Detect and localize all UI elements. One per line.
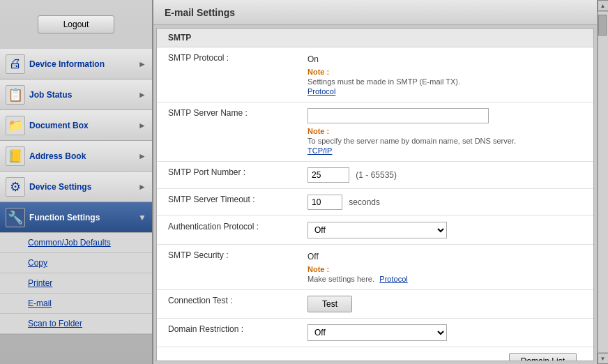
field-value-smtp-protocol: On Note : Settings must be made in SMTP … <box>296 47 593 103</box>
sidebar-item-label: Device Settings <box>29 182 138 192</box>
page-title: E-mail Settings <box>153 0 597 25</box>
nav-arrow: ► <box>138 121 146 130</box>
field-label: SMTP Protocol : <box>157 47 296 103</box>
sidebar: Logout 🖨 Device Information ► 📋 Job Stat… <box>0 0 153 364</box>
table-row: SMTP Server Timeout : seconds <box>157 189 593 216</box>
nav-arrow: ► <box>138 90 146 100</box>
submenu-item-copy[interactable]: Copy <box>0 253 152 273</box>
job-status-icon: 📋 <box>6 85 25 105</box>
sidebar-item-label: Job Status <box>29 90 138 100</box>
nav-arrow-open: ▼ <box>138 213 146 222</box>
logout-button[interactable]: Logout <box>38 15 114 33</box>
smtp-protocol-link[interactable]: Protocol <box>307 87 335 96</box>
table-row: SMTP Security : Off Note : Make settings… <box>157 245 593 290</box>
port-range-text: (1 - 65535) <box>356 170 397 180</box>
table-row: SMTP Port Number : (1 - 65535) <box>157 162 593 189</box>
smtp-security-note-body: Make settings here. <box>307 275 374 283</box>
field-value-smtp-timeout: seconds <box>296 189 593 216</box>
field-value-smtp-server-name: Note : To specify the server name by dom… <box>296 103 593 162</box>
table-row: Domain List <box>157 347 593 362</box>
field-value-smtp-port: (1 - 65535) <box>296 162 593 189</box>
smtp-timeout-input[interactable] <box>307 195 342 210</box>
document-box-icon: 📁 <box>6 116 25 135</box>
sidebar-item-address-book[interactable]: 📒 Address Book ► <box>0 141 152 172</box>
smtp-security-note-title: Note : <box>307 265 329 273</box>
table-row: Domain Restriction : Off On <box>157 319 593 347</box>
field-label: SMTP Server Name : <box>157 103 296 162</box>
field-label: Domain Restriction : <box>157 319 296 347</box>
smtp-security-link[interactable]: Protocol <box>379 275 407 283</box>
logout-area: Logout <box>0 0 152 49</box>
field-value-auth-protocol: Off On <box>296 216 593 245</box>
sidebar-item-function-settings[interactable]: 🔧 Function Settings ▼ <box>0 202 152 233</box>
submenu-item-email[interactable]: E-mail <box>0 294 152 314</box>
field-label: Authentication Protocol : <box>157 216 296 245</box>
scroll-track <box>598 12 608 352</box>
domain-list-button[interactable]: Domain List <box>509 353 577 361</box>
field-label: Connection Test : <box>157 290 296 319</box>
function-settings-icon: 🔧 <box>6 208 25 227</box>
smtp-server-note-title: Note : <box>307 127 329 135</box>
settings-table: SMTP Protocol : On Note : Settings must … <box>157 47 593 361</box>
sidebar-item-label: Device Information <box>29 59 138 69</box>
submenu-item-common-job-defaults[interactable]: Common/Job Defaults <box>0 233 152 253</box>
scroll-up-arrow[interactable]: ▲ <box>598 0 609 11</box>
field-value-domain-list: Domain List <box>296 347 593 362</box>
nav-arrow: ► <box>138 182 146 192</box>
sidebar-item-label: Document Box <box>29 121 138 130</box>
sidebar-item-device-information[interactable]: 🖨 Device Information ► <box>0 49 152 79</box>
smtp-server-link[interactable]: TCP/IP <box>307 146 332 155</box>
field-value-connection-test: Test <box>296 290 593 319</box>
device-information-icon: 🖨 <box>6 54 25 74</box>
smtp-server-name-input[interactable] <box>307 108 489 123</box>
table-row: Connection Test : Test <box>157 290 593 319</box>
auth-protocol-select[interactable]: Off On <box>307 222 447 238</box>
smtp-protocol-note-body: Settings must be made in SMTP (E-mail TX… <box>307 77 460 86</box>
smtp-section-header: SMTP <box>157 29 593 47</box>
sidebar-item-label: Address Book <box>29 151 138 161</box>
domain-restriction-select[interactable]: Off On <box>307 324 447 341</box>
submenu-item-printer[interactable]: Printer <box>0 273 152 294</box>
field-value-domain-restriction: Off On <box>296 319 593 347</box>
connection-test-button[interactable]: Test <box>307 296 352 312</box>
function-settings-submenu: Common/Job Defaults Copy Printer E-mail … <box>0 233 152 335</box>
smtp-protocol-value: On <box>307 53 319 64</box>
table-row: SMTP Server Name : Note : To specify the… <box>157 103 593 162</box>
domain-list-label-cell <box>157 347 296 362</box>
sidebar-item-device-settings[interactable]: ⚙ Device Settings ► <box>0 172 152 202</box>
nav-arrow: ► <box>138 59 146 69</box>
smtp-security-value: Off <box>307 250 319 261</box>
field-label: SMTP Port Number : <box>157 162 296 189</box>
nav-arrow: ► <box>138 151 146 161</box>
main-content: E-mail Settings SMTP SMTP Protocol : On … <box>153 0 597 364</box>
timeout-suffix: seconds <box>349 197 380 207</box>
table-row: SMTP Protocol : On Note : Settings must … <box>157 47 593 103</box>
table-row: Authentication Protocol : Off On <box>157 216 593 245</box>
smtp-port-input[interactable] <box>307 167 349 183</box>
address-book-icon: 📒 <box>6 146 25 166</box>
device-settings-icon: ⚙ <box>6 177 25 197</box>
scrollbar: ▲ ▼ <box>597 0 608 364</box>
sidebar-item-label: Function Settings <box>29 213 138 222</box>
submenu-item-scan-to-folder[interactable]: Scan to Folder <box>0 314 152 334</box>
smtp-protocol-note-title: Note : <box>307 68 329 76</box>
field-label: SMTP Security : <box>157 245 296 290</box>
scroll-thumb[interactable] <box>598 15 607 36</box>
field-value-smtp-security: Off Note : Make settings here. Protocol <box>296 245 593 290</box>
field-label: SMTP Server Timeout : <box>157 189 296 216</box>
content-area: SMTP SMTP Protocol : On Note : Settings … <box>156 28 594 361</box>
sidebar-item-job-status[interactable]: 📋 Job Status ► <box>0 79 152 110</box>
sidebar-item-document-box[interactable]: 📁 Document Box ► <box>0 110 152 141</box>
smtp-server-note-body: To specify the server name by domain nam… <box>307 137 516 145</box>
scroll-down-arrow[interactable]: ▼ <box>598 353 609 364</box>
